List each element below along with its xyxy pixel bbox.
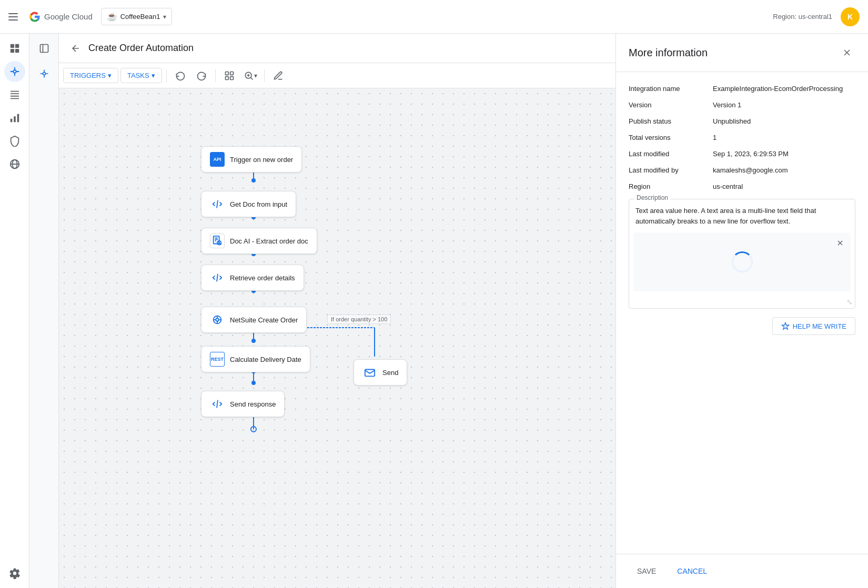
toolbar-separator-3: [264, 69, 265, 82]
triggers-button[interactable]: TRIGGERS ▾: [63, 68, 118, 83]
svg-rect-11: [17, 114, 19, 123]
sidebar-item-globe[interactable]: [4, 154, 25, 175]
save-button[interactable]: SAVE: [629, 563, 664, 580]
help-me-write-button[interactable]: HELP ME WRITE: [772, 317, 855, 335]
sidebar-item-integrations[interactable]: [4, 61, 25, 82]
back-button[interactable]: [67, 40, 84, 57]
node-netsuite-icon: [210, 312, 225, 327]
node-send-partial[interactable]: Send: [354, 359, 407, 386]
svg-rect-8: [10, 98, 19, 99]
sidebar-item-list[interactable]: [4, 84, 25, 105]
tasks-button[interactable]: TASKS ▾: [120, 68, 162, 83]
zoom-chevron-icon: ▾: [254, 72, 257, 79]
sidebar-item-analytics[interactable]: [4, 107, 25, 128]
svg-rect-9: [10, 119, 12, 122]
redo-button[interactable]: [192, 66, 211, 85]
info-row-version: Version Version 1: [629, 101, 855, 109]
svg-rect-18: [225, 72, 228, 75]
node-trigger-icon: API: [210, 152, 225, 167]
node-docai-icon: [210, 234, 225, 248]
help-write-container: HELP ME WRITE: [629, 317, 855, 335]
tasks-chevron-icon: ▾: [152, 72, 155, 79]
publish-status-value: Unpublished: [713, 117, 855, 125]
description-text[interactable]: Text area value here. A text area is a m…: [629, 199, 855, 232]
node-getdoc-icon: [210, 197, 225, 211]
description-resize-handle[interactable]: ⤡: [629, 296, 855, 308]
region-field-value: us-central: [713, 183, 855, 190]
info-row-publish-status: Publish status Unpublished: [629, 117, 855, 125]
node-calculate[interactable]: REST Calculate Delivery Date: [201, 346, 310, 372]
sidebar-item-settings[interactable]: [4, 563, 25, 584]
svg-point-36: [251, 178, 256, 183]
svg-rect-10: [14, 116, 16, 122]
page-title: Create Order Automation: [88, 43, 607, 54]
sidebar-item-security[interactable]: [4, 130, 25, 151]
project-selector[interactable]: ☕ CoffeeBean1 ▾: [101, 8, 173, 25]
info-row-integration-name: Integration name ExampleIntegration-Ecom…: [629, 85, 855, 93]
version-label: Version: [629, 101, 713, 109]
zoom-button[interactable]: ▾: [241, 66, 260, 85]
node-retrieve-icon: [210, 270, 225, 285]
cancel-button[interactable]: CANCEL: [669, 563, 715, 580]
info-row-last-modified-by: Last modified by kamaleshs@google.com: [629, 166, 855, 174]
node-retrieve[interactable]: Retrieve order details: [201, 265, 304, 291]
panel-title: More information: [629, 47, 708, 59]
chevron-down-icon: ▾: [163, 13, 166, 21]
svg-rect-21: [230, 76, 233, 79]
ai-close-button[interactable]: [834, 237, 846, 249]
svg-point-46: [251, 381, 256, 385]
undo-button[interactable]: [171, 66, 190, 85]
svg-point-44: [251, 339, 256, 343]
node-netsuite[interactable]: NetSuite Create Order: [201, 307, 307, 333]
menu-button[interactable]: [8, 11, 21, 23]
sidebar-item-home[interactable]: [4, 38, 25, 59]
publish-status-label: Publish status: [629, 117, 713, 125]
description-ai-area: [633, 232, 851, 291]
node-calculate-label: Calculate Delivery Date: [230, 356, 301, 363]
panel-header: More information: [616, 34, 868, 72]
workspace-container: Create Order Automation TRIGGERS ▾ TASKS…: [59, 34, 615, 588]
ai-spinner-container: [642, 241, 842, 283]
sidebar2-design[interactable]: [34, 63, 55, 84]
description-section: Description Text area value here. A text…: [629, 199, 855, 309]
node-retrieve-label: Retrieve order details: [230, 274, 295, 282]
node-netsuite-label: NetSuite Create Order: [230, 316, 298, 324]
node-calculate-icon: REST: [210, 352, 225, 367]
edit-button[interactable]: [269, 66, 288, 85]
node-sendresponse[interactable]: Send response: [201, 391, 285, 417]
info-row-total-versions: Total versions 1: [629, 134, 855, 141]
node-sendresponse-icon: [210, 397, 225, 411]
node-trigger[interactable]: API Trigger on new order: [201, 146, 302, 173]
svg-rect-5: [10, 91, 19, 92]
last-modified-by-label: Last modified by: [629, 166, 713, 174]
sidebar2-collapse[interactable]: [34, 38, 55, 59]
project-icon: ☕: [107, 12, 117, 22]
help-me-write-label: HELP ME WRITE: [793, 322, 846, 330]
svg-point-48: [251, 427, 256, 432]
right-panel: More information Integration name Exampl…: [615, 34, 868, 588]
svg-rect-20: [225, 76, 228, 79]
svg-point-17: [43, 73, 45, 75]
node-getdoc-label: Get Doc from input: [230, 200, 287, 208]
tasks-label: TASKS: [127, 72, 149, 79]
last-modified-value: Sep 1, 2023, 6:29:53 PM: [713, 150, 855, 158]
sparkle-icon: [781, 322, 790, 330]
svg-point-4: [13, 70, 16, 73]
integration-sidebar: [29, 34, 59, 588]
region-field-label: Region: [629, 183, 713, 190]
svg-rect-2: [10, 49, 14, 53]
integration-name-label: Integration name: [629, 85, 713, 93]
node-docai[interactable]: Doc AI - Extract order doc: [201, 228, 317, 254]
panel-close-button[interactable]: [839, 44, 855, 61]
workflow-canvas[interactable]: API Trigger on new order Get Doc from in…: [59, 88, 615, 588]
arrange-button[interactable]: [220, 66, 239, 85]
svg-rect-0: [10, 44, 14, 48]
project-name: CoffeeBean1: [120, 13, 160, 21]
triggers-label: TRIGGERS: [70, 72, 106, 79]
panel-actions: SAVE CANCEL: [616, 554, 868, 588]
user-avatar[interactable]: K: [841, 7, 860, 26]
svg-rect-7: [10, 96, 19, 97]
version-value: Version 1: [713, 101, 855, 109]
node-send-partial-icon: [362, 365, 377, 380]
node-getdoc[interactable]: Get Doc from input: [201, 191, 296, 217]
